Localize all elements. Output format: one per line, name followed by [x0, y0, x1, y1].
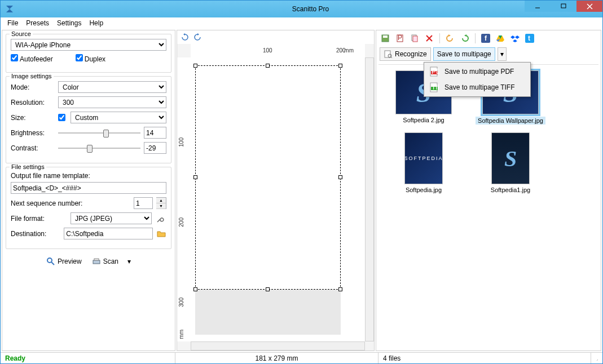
save-multipage-tiff-item[interactable]: TIF Save to multipage TIFF [425, 79, 529, 95]
resolution-select[interactable]: 300 [58, 96, 166, 108]
file-settings-group: File settings Output file name template:… [6, 167, 171, 249]
save-multipage-menu: PDF Save to multipage PDF TIF Save to mu… [424, 62, 531, 97]
save-button[interactable] [380, 33, 391, 44]
autofeeder-checkbox[interactable] [11, 54, 18, 61]
save-multipage-dropdown-button[interactable]: ▾ [498, 47, 507, 61]
gdrive-icon [496, 34, 505, 43]
save-multipage-button[interactable]: Save to multipage [433, 47, 495, 61]
scan-button[interactable]: Scan ▾ [92, 257, 131, 266]
twitter-button[interactable]: t [524, 33, 535, 44]
thumb-caption: Softpedia.jpg [406, 187, 442, 193]
mode-select[interactable]: Color [58, 81, 166, 93]
destination-input[interactable] [64, 228, 153, 239]
status-dimensions: 181 x 279 mm [255, 354, 298, 362]
svg-marker-20 [448, 34, 451, 37]
contrast-slider[interactable] [58, 143, 140, 154]
svg-rect-17 [413, 36, 417, 42]
svg-marker-28 [515, 35, 520, 39]
wrench-icon [157, 215, 165, 223]
menu-help[interactable]: Help [86, 18, 107, 28]
destination-label: Destination: [11, 230, 60, 238]
source-legend: Source [10, 30, 33, 37]
sequence-label: Next sequence number: [11, 199, 130, 207]
horizontal-scrollbar[interactable] [191, 341, 365, 350]
format-settings-button[interactable] [155, 212, 166, 224]
menu-presets[interactable]: Presets [23, 18, 52, 28]
undo-icon [446, 34, 455, 43]
svg-rect-8 [93, 260, 100, 264]
close-button[interactable] [576, 1, 602, 12]
delete-button[interactable] [424, 33, 435, 44]
browse-folder-button[interactable] [156, 228, 166, 239]
size-checkbox[interactable] [58, 114, 65, 121]
brightness-slider[interactable] [58, 127, 140, 139]
gdrive-button[interactable] [495, 33, 506, 44]
svg-marker-21 [464, 34, 466, 37]
svg-line-7 [51, 262, 54, 265]
size-label: Size: [11, 114, 55, 122]
svg-marker-1 [6, 9, 13, 12]
format-select[interactable]: JPG (JPEG) [71, 212, 152, 224]
minimize-button[interactable] [525, 1, 551, 12]
window-title: Scanitto Pro [19, 5, 602, 13]
rotate-right-button[interactable] [193, 33, 202, 42]
thumb-caption: Softpedia Wallpaper.jpg [476, 117, 545, 125]
svg-marker-27 [510, 35, 515, 39]
twitter-icon: t [525, 34, 534, 43]
size-select[interactable]: Custom [71, 112, 166, 123]
svg-text:PDF: PDF [432, 68, 439, 76]
vertical-scrollbar[interactable] [365, 57, 374, 341]
folder-icon [157, 230, 166, 238]
preview-panel: 100 200 mm 100 200 300 mm [177, 30, 375, 351]
thumbnail-grid: S Softpedia 2.jpg S Softpedia Wallpaper.… [378, 64, 598, 348]
image-legend: Image settings [10, 73, 54, 79]
rotate-right-icon [193, 33, 202, 42]
preview-button[interactable]: Preview [46, 257, 82, 266]
tiff-icon: TIF [429, 82, 439, 92]
facebook-button[interactable]: f [480, 33, 491, 44]
resize-grip-icon[interactable] [596, 355, 598, 362]
rotate-left-icon [181, 33, 190, 42]
template-input[interactable] [11, 182, 166, 194]
delete-icon [425, 34, 433, 42]
resolution-label: Resolution: [11, 99, 55, 106]
autofeeder-label: Autofeeder [20, 55, 53, 63]
thumb-item[interactable]: SOFTPEDIA Softpedia.jpg [384, 132, 463, 193]
duplex-checkbox[interactable] [76, 54, 83, 61]
preview-canvas[interactable] [191, 57, 365, 341]
svg-marker-29 [513, 39, 517, 42]
menu-file[interactable]: File [4, 18, 21, 28]
contrast-value[interactable] [144, 142, 166, 154]
brightness-value[interactable] [144, 127, 166, 139]
redo-button[interactable] [459, 33, 470, 44]
save-multipage-pdf-item[interactable]: PDF Save to multipage PDF [425, 64, 529, 79]
rotate-left-button[interactable] [181, 33, 190, 42]
print-button[interactable]: P [394, 33, 406, 44]
chevron-down-icon: ▾ [127, 258, 131, 265]
dropbox-button[interactable] [509, 33, 521, 44]
selection-rect[interactable] [195, 65, 341, 290]
disk-icon [381, 34, 390, 43]
svg-line-41 [597, 356, 598, 361]
titlebar: Scanitto Pro [1, 1, 602, 17]
menu-settings[interactable]: Settings [54, 18, 85, 28]
template-label: Output file name template: [11, 172, 166, 180]
scanner-icon [92, 257, 101, 266]
undo-button[interactable] [444, 33, 456, 44]
menubar: File Presets Settings Help [1, 17, 602, 29]
preview-area: 100 200 mm 100 200 300 mm [177, 44, 374, 350]
svg-rect-3 [561, 4, 566, 8]
recognize-button[interactable]: Recognize [380, 47, 431, 61]
svg-marker-11 [197, 33, 199, 35]
sequence-input[interactable] [134, 197, 153, 209]
status-ready: Ready [5, 354, 25, 362]
maximize-button[interactable] [551, 1, 576, 12]
svg-rect-13 [383, 35, 388, 38]
source-device-select[interactable]: WIA-Apple iPhone [11, 39, 166, 51]
thumb-item[interactable]: S Softpedia1.jpg [471, 132, 550, 193]
copy-button[interactable] [409, 33, 420, 44]
left-panel: Source WIA-Apple iPhone Autofeeder Duple… [2, 30, 175, 351]
sequence-spinner[interactable]: ▲▼ [156, 197, 166, 209]
right-panel: P f t Recognize Save to multipage ▾ [376, 30, 601, 351]
svg-marker-0 [6, 6, 13, 9]
